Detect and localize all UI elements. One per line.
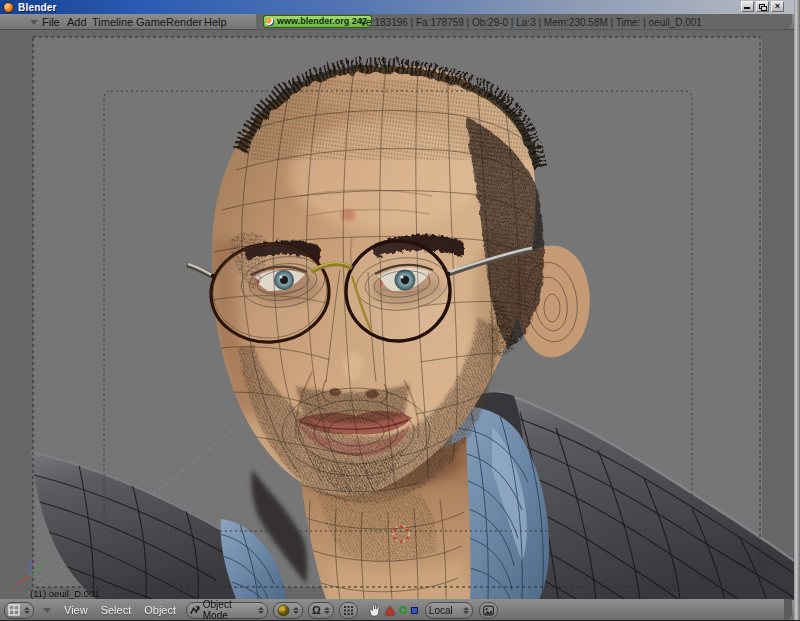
3d-viewport-canvas[interactable]: x (11) oeuil_D.001: [0, 30, 800, 599]
close-icon: ×: [772, 1, 783, 12]
active-object-label: (11) oeuil_D.001: [30, 588, 100, 599]
manipulator-toggle[interactable]: [368, 603, 381, 617]
pivot-dropdown[interactable]: Ω: [308, 602, 334, 619]
blender-logo-icon: [4, 3, 13, 12]
menu-help[interactable]: Help: [204, 16, 227, 28]
viewport-header: View Select Object Object Mode Ω: [0, 599, 800, 621]
blender-org-label: www.blender.org 242: [277, 15, 367, 28]
render-preview-button[interactable]: [479, 602, 498, 619]
blender-org-button[interactable]: www.blender.org 242: [263, 15, 372, 28]
menu-object[interactable]: Object: [144, 604, 176, 616]
blender-window: Blender × File Add Timeline Game Render …: [0, 0, 800, 621]
close-button[interactable]: ×: [771, 1, 784, 12]
info-header: File Add Timeline Game Render Help www.b…: [0, 14, 800, 30]
menu-add[interactable]: Add: [67, 16, 87, 28]
red-triangle-icon: [385, 606, 395, 615]
grid-window-icon: [8, 604, 20, 616]
orientation-label: Local: [429, 605, 453, 616]
rotate-manipulator-button[interactable]: [399, 606, 407, 614]
restore-button[interactable]: [756, 1, 769, 12]
editor-type-button[interactable]: [4, 602, 34, 619]
picture-icon: [483, 605, 494, 616]
pivot-omega-icon: Ω: [312, 604, 321, 617]
mode-icon: [190, 605, 200, 616]
3d-viewport[interactable]: x (11) oeuil_D.001: [0, 30, 800, 599]
menu-game[interactable]: Game: [136, 16, 166, 28]
orientation-dropdown[interactable]: Local: [425, 602, 473, 619]
menu-render[interactable]: Render: [166, 16, 202, 28]
menu-file[interactable]: File: [42, 16, 60, 28]
mode-dropdown[interactable]: Object Mode: [186, 602, 268, 619]
svg-text:x: x: [13, 586, 17, 595]
menu-select[interactable]: Select: [101, 604, 132, 616]
viewport-header-collapse-icon[interactable]: [43, 608, 51, 613]
editor-type-arrows: [24, 607, 30, 614]
window-right-border: [794, 0, 800, 621]
window-title: Blender: [18, 2, 57, 13]
scene-stats: Ve:183196 | Fa:178759 | Ob:29-0 | La:3 |…: [360, 17, 702, 28]
blue-square-icon: [411, 607, 418, 614]
shading-dropdown[interactable]: [273, 602, 303, 619]
header-collapse-icon[interactable]: [30, 20, 38, 25]
blender-org-icon: [266, 18, 274, 26]
gold-sphere-icon: [277, 604, 290, 617]
header-end-cap: [784, 599, 792, 621]
snap-button[interactable]: [339, 602, 358, 619]
green-circle-icon: [399, 606, 407, 614]
translate-manipulator-button[interactable]: [385, 606, 395, 615]
minimize-button[interactable]: [741, 1, 754, 12]
minimize-icon: [744, 7, 750, 9]
menu-view[interactable]: View: [64, 604, 88, 616]
mode-label: Object Mode: [203, 599, 253, 621]
dot-grid-icon: [343, 605, 354, 616]
scale-manipulator-button[interactable]: [411, 607, 418, 614]
menu-timeline[interactable]: Timeline: [92, 16, 133, 28]
hand-icon: [368, 603, 381, 617]
title-bar[interactable]: Blender ×: [0, 0, 800, 14]
